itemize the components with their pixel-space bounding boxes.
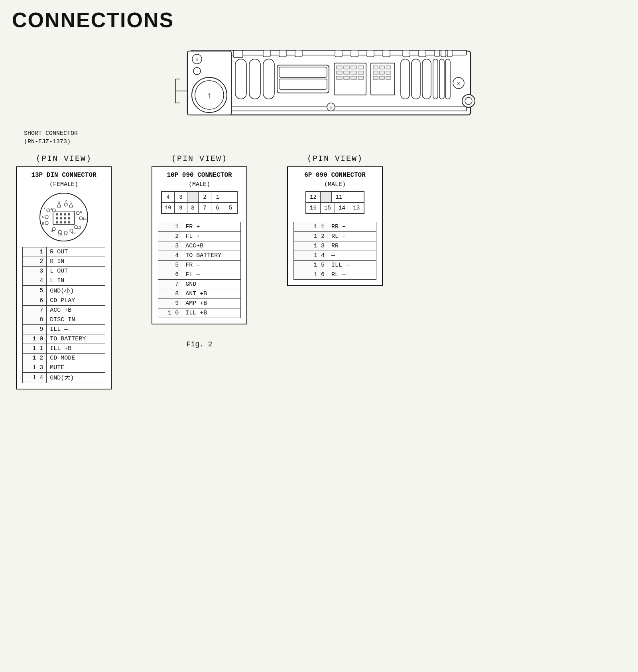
table-row: 1 5ILL — xyxy=(294,260,376,270)
pin-number: 1 6 xyxy=(294,270,328,279)
table-row: 1 1ILL +B xyxy=(23,344,105,353)
table-row: 4L IN xyxy=(23,276,105,285)
pin-number: 1 2 xyxy=(23,353,47,363)
pin-number: 1 xyxy=(23,247,47,257)
svg-point-106 xyxy=(56,221,58,223)
svg-rect-14 xyxy=(235,59,246,99)
svg-rect-21 xyxy=(337,66,342,69)
pin-number: 6 xyxy=(158,270,182,279)
pin-number: 9 xyxy=(158,298,182,308)
pin-signal: RL + xyxy=(328,231,376,241)
table-row: 1 3MUTE xyxy=(23,363,105,372)
svg-point-80 xyxy=(76,211,79,215)
svg-rect-66 xyxy=(447,50,452,57)
connector-box-6p: 6P 090 CONNECTOR (MALE) 12 11 16 15 14 1… xyxy=(287,166,383,286)
svg-point-84 xyxy=(45,221,48,225)
table-row: 6FL — xyxy=(158,270,241,279)
pin-tables-row: (PIN VIEW) 13P DIN CONNECTOR (FEMALE) 1 … xyxy=(12,154,626,389)
pin-signal: RL — xyxy=(328,270,376,279)
svg-text:9: 9 xyxy=(51,229,53,233)
svg-rect-37 xyxy=(373,71,378,74)
svg-rect-42 xyxy=(386,76,391,79)
svg-point-74 xyxy=(57,205,61,208)
svg-rect-34 xyxy=(373,66,378,69)
table-row: 5GND(小) xyxy=(23,285,105,296)
pin-signal: ACC+B xyxy=(182,241,241,251)
svg-rect-59 xyxy=(351,50,358,57)
connector-subtitle-6p: (MALE) xyxy=(293,181,376,188)
table-row: 7ACC +B xyxy=(23,305,105,315)
svg-text:13: 13 xyxy=(77,226,81,230)
pin-signal: R IN xyxy=(47,257,105,266)
svg-text:1: 1 xyxy=(70,201,72,205)
pin-number: 5 xyxy=(158,260,182,270)
svg-rect-61 xyxy=(383,50,390,57)
svg-rect-38 xyxy=(380,71,384,74)
svg-point-102 xyxy=(56,217,58,219)
table-row: 3L OUT xyxy=(23,266,105,276)
table-row: 1R OUT xyxy=(23,247,105,257)
table-row: 1 3RR — xyxy=(294,241,376,251)
svg-rect-32 xyxy=(358,76,364,79)
svg-rect-26 xyxy=(344,71,349,74)
pin-signal: — xyxy=(328,251,376,260)
svg-rect-35 xyxy=(380,66,384,69)
connector-box-13p: 13P DIN CONNECTOR (FEMALE) 1 2 xyxy=(16,166,112,389)
pin-number: 2 xyxy=(158,231,182,241)
svg-text:7: 7 xyxy=(43,206,45,210)
table-row: 1 1RR + xyxy=(294,222,376,231)
svg-point-78 xyxy=(45,215,48,219)
svg-point-100 xyxy=(64,213,66,215)
pin-signal: L IN xyxy=(47,276,105,285)
pin-view-label-13p: (PIN VIEW) xyxy=(36,154,92,163)
pin-number: 1 0 xyxy=(158,308,182,318)
pin-view-label-6p: (PIN VIEW) xyxy=(307,154,363,163)
svg-rect-18 xyxy=(279,67,327,77)
svg-rect-57 xyxy=(295,50,302,57)
svg-point-99 xyxy=(60,213,62,215)
pin-signal: ILL — xyxy=(47,324,105,334)
pin-signal: GND(小) xyxy=(47,285,105,296)
svg-rect-65 xyxy=(441,50,446,57)
svg-text:✕: ✕ xyxy=(195,57,199,63)
pin-section-13p: (PIN VIEW) 13P DIN CONNECTOR (FEMALE) 1 … xyxy=(16,154,112,389)
table-row: 1FR + xyxy=(158,222,241,231)
pin-signal: L OUT xyxy=(47,266,105,276)
svg-text:6: 6 xyxy=(80,210,82,214)
pin-signal: FR + xyxy=(182,222,241,231)
svg-point-105 xyxy=(68,217,70,219)
pin-table-13p: 1R OUT2R IN3L OUT4L IN5GND(小)6CD PLAY7AC… xyxy=(22,247,105,383)
pin-section-6p: (PIN VIEW) 6P 090 CONNECTOR (MALE) 12 11… xyxy=(287,154,383,286)
pin-signal: CD MODE xyxy=(47,353,105,363)
svg-point-76 xyxy=(52,209,55,212)
pin-signal: MUTE xyxy=(47,363,105,372)
pin-number: 7 xyxy=(158,279,182,289)
pin-number: 6 xyxy=(23,296,47,305)
pin-signal: R OUT xyxy=(47,247,105,257)
svg-rect-49 xyxy=(439,59,444,99)
connector-title-13p: 13P DIN CONNECTOR xyxy=(22,171,105,180)
svg-point-107 xyxy=(60,221,62,223)
pin-number: 7 xyxy=(23,305,47,315)
pin-signal: ANT +B xyxy=(182,289,241,298)
svg-point-98 xyxy=(56,213,58,215)
pin-signal: FL + xyxy=(182,231,241,241)
svg-point-70 xyxy=(69,205,73,208)
pin-number: 1 2 xyxy=(294,231,328,241)
svg-rect-27 xyxy=(351,71,356,74)
connector-title-10p: 10P 090 CONNECTOR xyxy=(158,171,241,180)
svg-rect-28 xyxy=(358,71,364,74)
table-row: 9ILL — xyxy=(23,324,105,334)
svg-point-72 xyxy=(64,203,67,206)
table-row: 8DISC IN xyxy=(23,315,105,324)
pin-signal: ACC +B xyxy=(47,305,105,315)
svg-rect-50 xyxy=(445,59,450,99)
pin-number: 3 xyxy=(23,266,47,276)
table-row: 1 2CD MODE xyxy=(23,353,105,363)
svg-rect-23 xyxy=(351,66,356,69)
pin-signal: ILL +B xyxy=(47,344,105,353)
pin-signal: ILL — xyxy=(328,260,376,270)
svg-rect-25 xyxy=(337,71,342,74)
pin-number: 3 xyxy=(158,241,182,251)
fig-label: Fig. 2 xyxy=(187,340,213,348)
